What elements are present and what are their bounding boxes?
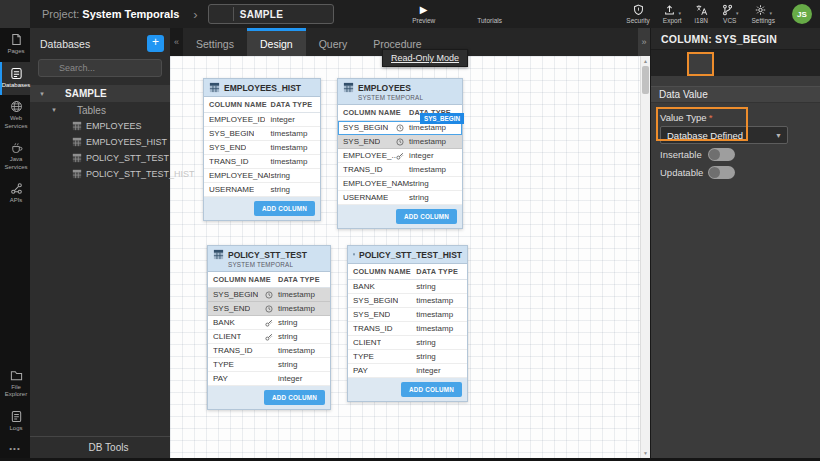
column-row[interactable]: PAYinteger <box>208 372 330 386</box>
caret-down-icon: ▾ <box>736 10 739 16</box>
column-row[interactable]: EMPLOYEE_NAMEstring <box>204 169 320 183</box>
scroll-down-icon[interactable]: ▼ <box>641 448 650 458</box>
preview-button[interactable]: ▶ Preview <box>412 4 435 24</box>
tab-design[interactable]: Design <box>247 28 306 56</box>
add-database-button[interactable]: + <box>147 35 164 52</box>
column-row[interactable]: CLIENTstring <box>208 330 330 344</box>
sidebar-item-java-services[interactable]: Java Services <box>0 136 30 177</box>
topbar-action-i18n[interactable]: i18N <box>695 4 708 24</box>
add-column-button[interactable]: ADD COLUMN <box>264 390 325 405</box>
column-row[interactable]: TRANS_IDtimestamp <box>208 344 330 358</box>
scroll-up-icon[interactable]: ▲ <box>641 56 650 66</box>
topbar-action-label: Security <box>626 17 649 24</box>
sidebar-item-web-services[interactable]: Web Services <box>0 95 30 136</box>
undo-icon[interactable] <box>541 35 555 49</box>
tab-column-data[interactable] <box>687 52 714 76</box>
design-canvas[interactable]: ▲ ▼ EMPLOYEES_HISTCOLUMN NAMEDATA TYPEEM… <box>170 56 650 461</box>
column-row[interactable]: TYPEstring <box>208 358 330 372</box>
redo-icon[interactable] <box>566 35 580 49</box>
topbar-action-export[interactable]: ▾Export <box>663 4 682 24</box>
topbar-action-security[interactable]: Security <box>626 4 649 24</box>
value-type-select[interactable]: Database Defined ▼ <box>660 126 788 144</box>
tab-column-edit[interactable] <box>657 52 684 76</box>
add-column-button[interactable]: ADD COLUMN <box>396 209 457 224</box>
sidebar-item-apis[interactable]: APIs <box>0 177 30 211</box>
sidebar-item-pages[interactable]: Pages <box>0 28 30 62</box>
column-row[interactable]: SYS_BEGINtimestamp <box>348 294 467 308</box>
sidebar-item-logs[interactable]: Logs <box>0 405 30 439</box>
column-row[interactable]: EMPLOYEE_...integer <box>338 149 462 163</box>
save-icon[interactable] <box>616 35 630 49</box>
export-icon <box>663 4 676 16</box>
database-search-input[interactable] <box>57 62 155 74</box>
table-card-header[interactable]: POLICY_STT_TESTSYSTEM TEMPORAL <box>208 246 330 272</box>
search-icon[interactable] <box>516 35 530 49</box>
canvas-scrollbar[interactable]: ▲ ▼ <box>640 56 650 461</box>
tree-node-table[interactable]: EMPLOYEES_HIST <box>30 134 170 150</box>
database-search[interactable] <box>38 59 162 77</box>
app-logo[interactable] <box>0 0 30 28</box>
tab-settings[interactable]: Settings <box>183 28 247 56</box>
table-card-employees[interactable]: EMPLOYEESSYSTEM TEMPORALCOLUMN NAMEDATA … <box>337 78 463 229</box>
column-row[interactable]: BANKstring <box>348 280 467 294</box>
apps-grid-icon[interactable] <box>315 8 327 20</box>
column-name: BANK <box>213 318 235 327</box>
column-row[interactable]: USERNAMEstring <box>204 183 320 197</box>
caret-down-icon[interactable]: ▾ <box>38 90 46 98</box>
column-row[interactable]: SYS_ENDtimestamp <box>208 302 330 316</box>
topbar-action-settings[interactable]: ▾Settings <box>752 4 776 24</box>
column-row[interactable]: TRANS_IDtimestamp <box>348 322 467 336</box>
table-card-policy_stt_test[interactable]: POLICY_STT_TESTSYSTEM TEMPORALCOLUMN NAM… <box>207 245 331 410</box>
sidebar-item-databases[interactable]: Databases <box>0 62 30 96</box>
column-row[interactable]: TRANS_IDtimestamp <box>204 155 320 169</box>
insertable-toggle[interactable] <box>708 148 735 161</box>
tab-query[interactable]: Query <box>306 28 361 56</box>
column-row[interactable]: SYS_ENDtimestamp <box>338 135 462 149</box>
column-type: timestamp <box>409 123 457 132</box>
column-row[interactable]: SYS_BEGINtimestamp <box>208 288 330 302</box>
column-name: PAY <box>213 374 228 383</box>
collapse-left-panel-button[interactable]: « <box>170 28 183 56</box>
tree-node-tables[interactable]: ▾ Tables <box>30 102 170 118</box>
column-row[interactable]: SYS_BEGINtimestampSYS_BEGIN <box>338 121 462 135</box>
db-tools-button[interactable]: DB Tools <box>30 436 170 458</box>
column-row[interactable]: EMPLOYEE_IDinteger <box>204 113 320 127</box>
table-card-header[interactable]: EMPLOYEES_HIST <box>204 79 320 97</box>
resource-tab-sample[interactable]: SAMPLE <box>208 4 334 24</box>
database-icon <box>694 58 707 71</box>
column-row[interactable]: TYPEstring <box>348 350 467 364</box>
column-name: TRANS_ID <box>209 157 249 166</box>
tree-node-table[interactable]: POLICY_STT_TEST <box>30 150 170 166</box>
add-column-button[interactable]: ADD COLUMN <box>401 382 462 397</box>
column-row[interactable]: SYS_ENDtimestamp <box>204 141 320 155</box>
column-row[interactable]: EMPLOYEE_NAMEstring <box>338 177 462 191</box>
user-avatar[interactable]: JS <box>792 4 812 24</box>
collapse-right-panel-button[interactable]: » <box>638 28 650 56</box>
column-row[interactable]: PAYinteger <box>348 364 467 378</box>
table-card-header[interactable]: EMPLOYEESSYSTEM TEMPORAL <box>338 79 462 105</box>
db-refresh-icon[interactable] <box>591 35 605 49</box>
column-name: SYS_END <box>343 137 380 146</box>
column-row[interactable]: SYS_ENDtimestamp <box>348 308 467 322</box>
topbar-actions: Security▾Exporti18N▾VCS▾Settings JS <box>626 4 812 24</box>
column-row[interactable]: BANKstring <box>208 316 330 330</box>
tree-node-table[interactable]: EMPLOYEES <box>30 118 170 134</box>
table-card-employees_hist[interactable]: EMPLOYEES_HISTCOLUMN NAMEDATA TYPEEMPLOY… <box>203 78 321 221</box>
scrollbar-thumb[interactable] <box>642 66 649 94</box>
more-options-button[interactable]: ••• <box>0 438 30 461</box>
table-card-policy_stt_test_hist[interactable]: POLICY_STT_TEST_HISTCOLUMN NAMEDATA TYPE… <box>347 245 468 402</box>
column-row[interactable]: USERNAMEstring <box>338 191 462 205</box>
table-card-header[interactable]: POLICY_STT_TEST_HIST <box>348 246 467 264</box>
sidebar-item-file-explorer[interactable]: File Explorer <box>0 364 30 405</box>
tutorials-button[interactable]: Tutorials <box>477 4 502 24</box>
updatable-toggle[interactable] <box>708 166 735 179</box>
column-row[interactable]: CLIENTstring <box>348 336 467 350</box>
add-column-button[interactable]: ADD COLUMN <box>254 201 315 216</box>
tree-node-sample[interactable]: ▾ SAMPLE <box>30 85 170 102</box>
column-row[interactable]: TRANS_IDtimestamp <box>338 163 462 177</box>
app-logo-icon <box>6 5 25 24</box>
topbar-action-vcs[interactable]: ▾VCS <box>721 4 739 24</box>
column-row[interactable]: SYS_BEGINtimestamp <box>204 127 320 141</box>
caret-down-icon[interactable]: ▾ <box>50 106 58 114</box>
tree-node-table[interactable]: POLICY_STT_TEST_HIST <box>30 166 170 182</box>
